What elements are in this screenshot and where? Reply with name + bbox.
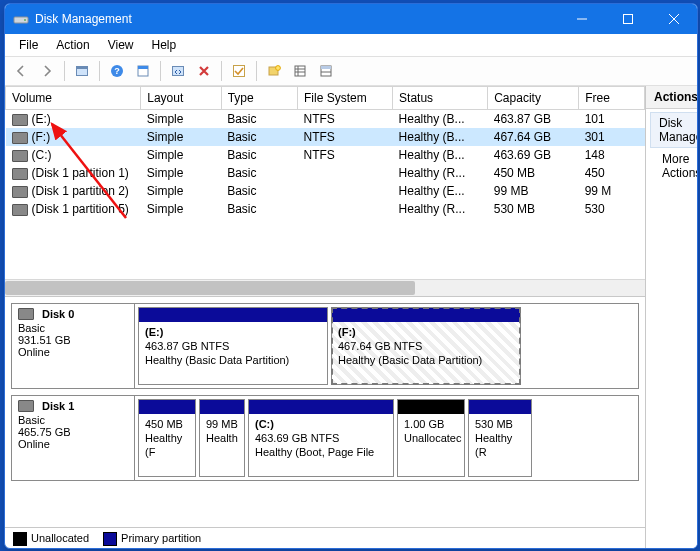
menu-help[interactable]: Help [144, 36, 185, 54]
partition-label: (C:) [255, 418, 387, 432]
titlebar: Disk Management [5, 4, 697, 34]
properties-button[interactable] [131, 59, 155, 83]
disk-header[interactable]: Disk 0 Basic 931.51 GB Online [12, 304, 135, 388]
volume-type: Basic [221, 128, 297, 146]
col-type[interactable]: Type [221, 87, 297, 110]
legend-unallocated-swatch [13, 532, 27, 546]
partition-size: 99 MB [206, 418, 238, 432]
partition-container: 450 MB Healthy (F 99 MB Health (C:) 463.… [135, 396, 638, 480]
show-hide-button[interactable] [70, 59, 94, 83]
volume-fs [297, 200, 392, 218]
new-button[interactable] [262, 59, 286, 83]
detail-view-button[interactable] [314, 59, 338, 83]
disk-graphic-pane: Disk 0 Basic 931.51 GB Online (E:) 463.8… [5, 297, 645, 527]
volume-type: Basic [221, 164, 297, 182]
volume-type: Basic [221, 182, 297, 200]
volume-row[interactable]: (Disk 1 partition 1) Simple Basic Health… [6, 164, 645, 182]
col-layout[interactable]: Layout [141, 87, 221, 110]
volume-capacity: 467.64 GB [488, 128, 579, 146]
partition[interactable]: (F:) 467.64 GB NTFS Healthy (Basic Data … [331, 307, 521, 385]
disk-header[interactable]: Disk 1 Basic 465.75 GB Online [12, 396, 135, 480]
help-button[interactable]: ? [105, 59, 129, 83]
svg-rect-2 [624, 15, 633, 24]
partition-size: 467.64 GB NTFS [338, 340, 514, 354]
forward-button[interactable] [35, 59, 59, 83]
actions-section[interactable]: Disk Management ▴ [650, 112, 698, 148]
volume-status: Healthy (B... [393, 110, 488, 129]
partition-status: Healthy (Boot, Page File [255, 446, 387, 460]
list-view-button[interactable] [288, 59, 312, 83]
partition[interactable]: 450 MB Healthy (F [138, 399, 196, 477]
horizontal-scrollbar[interactable] [5, 279, 645, 296]
volume-free: 301 [579, 128, 645, 146]
scrollbar-thumb[interactable] [5, 281, 415, 295]
volume-name: (F:) [32, 130, 51, 144]
volume-name: (E:) [32, 112, 51, 126]
menu-file[interactable]: File [11, 36, 46, 54]
actions-more-label: More Actions [662, 152, 698, 180]
back-button[interactable] [9, 59, 33, 83]
col-capacity[interactable]: Capacity [488, 87, 579, 110]
disk-size: 465.75 GB [18, 426, 128, 438]
partition[interactable]: (C:) 463.69 GB NTFS Healthy (Boot, Page … [248, 399, 394, 477]
volume-row[interactable]: (Disk 1 partition 2) Simple Basic Health… [6, 182, 645, 200]
volume-capacity: 530 MB [488, 200, 579, 218]
volume-type: Basic [221, 200, 297, 218]
close-button[interactable] [651, 4, 697, 34]
disk-icon [18, 400, 34, 412]
volume-row[interactable]: (F:) Simple Basic NTFS Healthy (B... 467… [6, 128, 645, 146]
volume-row[interactable]: (E:) Simple Basic NTFS Healthy (B... 463… [6, 110, 645, 129]
volume-fs: NTFS [297, 110, 392, 129]
actions-more[interactable]: More Actions ▸ [646, 148, 698, 184]
volume-list-pane: Volume Layout Type File System Status Ca… [5, 86, 645, 297]
disk-icon [12, 186, 28, 198]
disk-icon [18, 308, 34, 320]
partition-bar [469, 400, 531, 414]
svg-rect-9 [173, 67, 184, 76]
legend: Unallocated Primary partition [5, 527, 645, 549]
minimize-button[interactable] [559, 4, 605, 34]
volume-row[interactable]: (Disk 1 partition 5) Simple Basic Health… [6, 200, 645, 218]
volume-capacity: 450 MB [488, 164, 579, 182]
disk-name: Disk 0 [42, 308, 74, 320]
partition[interactable]: 1.00 GB Unallocatec [397, 399, 465, 477]
volume-free: 148 [579, 146, 645, 164]
partition[interactable]: (E:) 463.87 GB NTFS Healthy (Basic Data … [138, 307, 328, 385]
svg-rect-4 [77, 67, 88, 70]
partition-status: Healthy (Basic Data Partition) [145, 354, 321, 368]
partition[interactable]: 530 MB Healthy (R [468, 399, 532, 477]
col-free[interactable]: Free [579, 87, 645, 110]
volume-status: Healthy (R... [393, 200, 488, 218]
disk-type: Basic [18, 414, 128, 426]
partition-size: 1.00 GB [404, 418, 458, 432]
volume-table[interactable]: Volume Layout Type File System Status Ca… [5, 86, 645, 218]
svg-rect-15 [321, 66, 331, 69]
menu-action[interactable]: Action [48, 36, 97, 54]
actions-header: Actions [646, 86, 698, 109]
volume-name: (Disk 1 partition 2) [32, 184, 129, 198]
partition-label: (F:) [338, 326, 514, 340]
volume-layout: Simple [141, 110, 221, 129]
volume-free: 101 [579, 110, 645, 129]
col-status[interactable]: Status [393, 87, 488, 110]
volume-fs [297, 182, 392, 200]
svg-rect-8 [138, 66, 148, 69]
col-fs[interactable]: File System [297, 87, 392, 110]
volume-fs [297, 164, 392, 182]
refresh-button[interactable] [166, 59, 190, 83]
partition[interactable]: 99 MB Health [199, 399, 245, 477]
volume-layout: Simple [141, 182, 221, 200]
partition-bar [139, 400, 195, 414]
volume-fs: NTFS [297, 146, 392, 164]
partition-status: Healthy (R [475, 432, 525, 460]
col-volume[interactable]: Volume [6, 87, 141, 110]
disk-icon [12, 114, 28, 126]
menu-view[interactable]: View [100, 36, 142, 54]
volume-free: 530 [579, 200, 645, 218]
delete-button[interactable] [192, 59, 216, 83]
disk-size: 931.51 GB [18, 334, 128, 346]
volume-row[interactable]: (C:) Simple Basic NTFS Healthy (B... 463… [6, 146, 645, 164]
maximize-button[interactable] [605, 4, 651, 34]
partition-size: 530 MB [475, 418, 525, 432]
check-button[interactable] [227, 59, 251, 83]
